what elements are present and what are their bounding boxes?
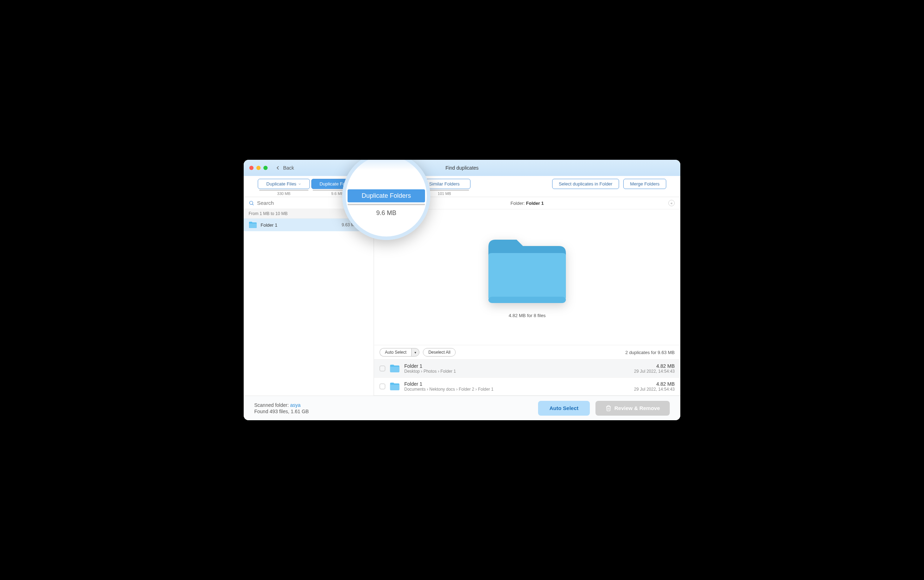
toolbar: Duplicate Files 330 MB Duplicate Folders… (244, 176, 680, 197)
preview-title: Folder: Folder 1 (511, 201, 544, 206)
close-icon[interactable] (249, 166, 254, 170)
folder-icon (249, 221, 257, 228)
merge-folders-button[interactable]: Merge Folders (623, 179, 666, 189)
row-name: Folder 1 (404, 363, 630, 369)
row-meta: 4.82 MB 29 Jul 2022, 14:54:43 (634, 363, 675, 374)
row-path: Desktop › Photos › Folder 1 (404, 369, 630, 374)
tab-size: 330 MB (277, 191, 290, 196)
folder-icon (389, 364, 400, 373)
folder-icon (485, 236, 569, 306)
preview-stats: 4.82 MB for 8 files (509, 313, 546, 318)
folder-icon (389, 382, 400, 391)
row-meta: 4.82 MB 29 Jul 2022, 14:54:43 (634, 381, 675, 392)
maximize-icon[interactable] (263, 166, 267, 170)
magnifier-size: 9.6 MB (376, 209, 396, 217)
tab-size: 9.6 MB (332, 191, 344, 196)
sidebar: From 1 MB to 10 MB Folder 1 9.63 MB 2 (244, 197, 374, 395)
review-label: Review & Remove (614, 405, 660, 411)
deselect-all-button[interactable]: Deselect All (423, 348, 455, 356)
svg-rect-1 (488, 297, 566, 303)
row-size: 4.82 MB (634, 381, 675, 387)
row-checkbox[interactable] (380, 384, 385, 389)
scanned-link[interactable]: asya (290, 402, 301, 408)
row-date: 29 Jul 2022, 14:54:43 (634, 387, 675, 392)
scanned-prefix: Scanned folder: (254, 402, 290, 408)
search-icon (249, 200, 254, 206)
row-checkbox[interactable] (380, 366, 385, 371)
row-date: 29 Jul 2022, 14:54:43 (634, 369, 675, 374)
footer-actions: Auto Select Review & Remove (538, 401, 670, 416)
found-stats: Found 493 files, 1.61 GB (254, 409, 309, 414)
auto-select-split: Auto Select ▾ (380, 348, 419, 356)
chevron-down-icon (298, 182, 302, 186)
footer-info: Scanned folder: asya Found 493 files, 1.… (254, 402, 309, 414)
minimize-icon[interactable] (256, 166, 261, 170)
toolbar-actions: Select duplicates in Folder Merge Folder… (552, 179, 666, 189)
duplicate-row[interactable]: Folder 1 Documents › Nektony docs › Fold… (374, 377, 680, 395)
main-area: From 1 MB to 10 MB Folder 1 9.63 MB 2 Fo… (244, 197, 680, 395)
row-path: Documents › Nektony docs › Folder 2 › Fo… (404, 387, 630, 392)
titlebar: Back Find duplicates (244, 160, 680, 176)
footer: Scanned folder: asya Found 493 files, 1.… (244, 395, 680, 420)
list-header: Auto Select ▾ Deselect All 2 duplicates … (374, 345, 680, 360)
chevron-left-icon (275, 165, 281, 171)
auto-select-button[interactable]: Auto Select (380, 348, 411, 356)
tab-label: Similar Folders (429, 181, 460, 186)
tab-label: Duplicate Files (266, 181, 296, 186)
select-duplicates-button[interactable]: Select duplicates in Folder (552, 179, 619, 189)
collapse-button[interactable]: « (668, 200, 675, 206)
svg-point-0 (250, 201, 253, 204)
auto-select-dropdown[interactable]: ▾ (411, 348, 419, 356)
scanned-folder: Scanned folder: asya (254, 402, 309, 408)
folder-name: Folder 1 (261, 222, 338, 228)
row-main: Folder 1 Desktop › Photos › Folder 1 (404, 363, 630, 374)
back-label: Back (283, 165, 294, 171)
preview-body: 4.82 MB for 8 files (374, 209, 680, 345)
preview-label-prefix: Folder: (511, 201, 526, 206)
auto-select-footer-button[interactable]: Auto Select (538, 401, 590, 416)
tab-duplicate-files[interactable]: Duplicate Files 330 MB (258, 179, 310, 196)
trash-icon (605, 405, 612, 412)
traffic-lights (249, 166, 267, 170)
row-name: Folder 1 (404, 381, 630, 387)
content-pane: Folder: Folder 1 « 4.82 MB for 8 files A… (374, 197, 680, 395)
preview-folder-name: Folder 1 (526, 201, 544, 206)
row-main: Folder 1 Documents › Nektony docs › Fold… (404, 381, 630, 392)
tab-size: 101 MB (438, 191, 451, 196)
duplicates-summary: 2 duplicates for 9.63 MB (625, 350, 675, 355)
back-button[interactable]: Back (275, 165, 294, 171)
progress-bar (259, 190, 309, 191)
duplicate-row[interactable]: Folder 1 Desktop › Photos › Folder 1 4.8… (374, 360, 680, 377)
magnifier-tab: Duplicate Folders (348, 189, 425, 203)
review-remove-button[interactable]: Review & Remove (596, 401, 670, 416)
window-title: Find duplicates (446, 165, 478, 171)
app-window: Back Find duplicates Duplicate Files 330… (244, 160, 680, 420)
row-size: 4.82 MB (634, 363, 675, 369)
magnifier-bar (348, 204, 425, 205)
